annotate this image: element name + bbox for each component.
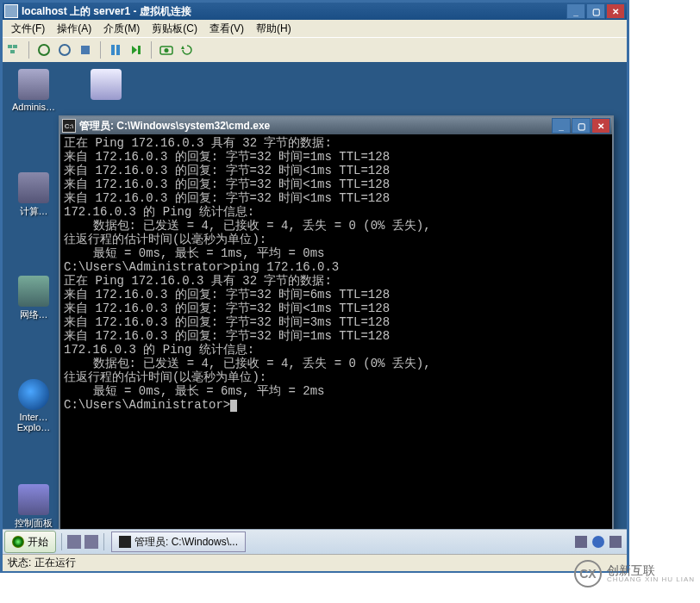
save-icon[interactable]	[78, 42, 93, 58]
cmd-minimize-button[interactable]: _	[552, 118, 571, 134]
toolbar-separator	[100, 41, 101, 59]
start-button[interactable]: 开始	[4, 531, 56, 553]
desktop-icon-internet-explorer[interactable]: Inter… Explo…	[8, 379, 59, 432]
cmd-line: 来自 172.16.0.3 的回复: 字节=32 时间<1ms TTL=128	[64, 164, 609, 177]
desktop-icon-recycle-bin[interactable]	[80, 69, 132, 102]
vm-titlebar[interactable]: localhost 上的 server1 - 虚拟机连接 _ ▢ ✕	[3, 3, 627, 20]
cmd-line: 来自 172.16.0.3 的回复: 字节=32 时间=6ms TTL=128	[64, 288, 609, 302]
folder-icon	[18, 69, 49, 100]
desktop-icon-network[interactable]: 网络…	[8, 276, 59, 321]
cmd-line: 正在 Ping 172.16.0.3 具有 32 字节的数据:	[64, 136, 609, 150]
menu-action[interactable]: 操作(A)	[52, 21, 97, 37]
desktop-icon-control-panel[interactable]: 控制面板	[8, 484, 59, 530]
cmd-line: 来自 172.16.0.3 的回复: 字节=32 时间<1ms TTL=128	[64, 191, 609, 205]
svg-marker-12	[181, 46, 184, 49]
cmd-line: 往返行程的估计时间(以毫秒为单位):	[64, 233, 609, 246]
guest-desktop[interactable]: Adminis… 计算… 网络… Inter… Explo… 控制面板 C:\	[3, 62, 627, 571]
cmd-line: 来自 172.16.0.3 的回复: 字节=32 时间=1ms TTL=128	[64, 329, 609, 343]
svg-point-3	[39, 45, 49, 55]
icon-label: 计算…	[8, 205, 59, 218]
cmd-line: C:\Users\Administrator>	[64, 398, 609, 412]
cmd-icon	[119, 536, 131, 548]
menu-file[interactable]: 文件(F)	[6, 21, 50, 37]
svg-point-4	[59, 45, 70, 55]
svg-rect-5	[81, 46, 90, 54]
cmd-line: 来自 172.16.0.3 的回复: 字节=32 时间<1ms TTL=128	[64, 177, 609, 191]
system-tray[interactable]	[570, 536, 627, 548]
menu-media[interactable]: 介质(M)	[98, 21, 145, 37]
revert-icon[interactable]	[179, 42, 195, 58]
ctrl-alt-del-icon[interactable]	[6, 42, 22, 58]
cmd-line: 正在 Ping 172.16.0.3 具有 32 字节的数据:	[64, 274, 609, 288]
svg-rect-0	[8, 45, 12, 48]
computer-icon	[18, 172, 49, 203]
start-label: 开始	[28, 535, 48, 550]
tray-help-icon[interactable]	[592, 536, 604, 548]
reset-icon[interactable]	[128, 42, 144, 58]
menu-clipboard[interactable]: 剪贴板(C)	[147, 21, 203, 37]
cmd-cursor	[230, 400, 237, 412]
icon-label: Explo…	[8, 422, 59, 432]
menu-help[interactable]: 帮助(H)	[251, 21, 297, 37]
vm-minimize-button[interactable]: _	[566, 3, 585, 19]
watermark: CX 创新互联 CHUANG XIN HU LIAN	[574, 560, 695, 587]
vm-toolbar	[3, 37, 627, 62]
svg-rect-7	[116, 45, 120, 55]
icon-label: 控制面板	[8, 517, 59, 530]
watermark-sub: CHUANG XIN HU LIAN	[607, 576, 695, 583]
tray-network-icon[interactable]	[609, 536, 622, 548]
vm-menubar: 文件(F) 操作(A) 介质(M) 剪贴板(C) 查看(V) 帮助(H)	[3, 20, 627, 37]
network-icon	[18, 276, 49, 307]
vm-maximize-button[interactable]: ▢	[586, 3, 605, 19]
svg-point-11	[165, 48, 169, 53]
svg-rect-1	[13, 45, 17, 48]
vm-app-icon	[4, 4, 18, 18]
start-orb-icon	[12, 536, 24, 548]
vm-window-controls: _ ▢ ✕	[566, 3, 625, 19]
cmd-icon: C:\	[62, 119, 76, 133]
toolbar-separator	[151, 41, 152, 59]
turnoff-icon[interactable]	[57, 42, 72, 58]
watermark-text: 创新互联	[607, 564, 695, 576]
taskbar-item-label: 管理员: C:\Windows\...	[134, 535, 238, 550]
vm-close-button[interactable]: ✕	[606, 3, 625, 19]
cmd-line: 往返行程的估计时间(以毫秒为单位):	[64, 370, 609, 384]
icon-label: Adminis…	[8, 102, 59, 112]
recycle-bin-icon	[91, 69, 122, 100]
svg-rect-9	[138, 46, 141, 54]
desktop-icon-computer[interactable]: 计算…	[8, 172, 59, 218]
cmd-close-button[interactable]: ✕	[591, 118, 610, 134]
ie-icon	[18, 379, 49, 410]
cmd-line: 来自 172.16.0.3 的回复: 字节=32 时间<1ms TTL=128	[64, 302, 609, 315]
cmd-line: C:\Users\Administrator>ping 172.16.0.3	[64, 260, 609, 274]
vm-title: localhost 上的 server1 - 虚拟机连接	[22, 4, 566, 19]
watermark-logo-icon: CX	[574, 560, 602, 587]
cmd-line: 最短 = 0ms, 最长 = 1ms, 平均 = 0ms	[64, 246, 609, 260]
cmd-line: 最短 = 0ms, 最长 = 6ms, 平均 = 2ms	[64, 384, 609, 398]
cmd-line: 数据包: 已发送 = 4, 已接收 = 4, 丢失 = 0 (0% 丢失),	[64, 357, 609, 370]
cmd-line: 来自 172.16.0.3 的回复: 字节=32 时间=1ms TTL=128	[64, 150, 609, 164]
cmd-output[interactable]: 正在 Ping 172.16.0.3 具有 32 字节的数据:来自 172.16…	[60, 134, 612, 535]
pause-icon[interactable]	[108, 42, 123, 58]
vm-status-text: 状态: 正在运行	[8, 556, 76, 570]
quicklaunch-explorer-icon[interactable]	[84, 535, 98, 549]
cmd-titlebar[interactable]: C:\ 管理员: C:\Windows\system32\cmd.exe _ ▢…	[60, 117, 612, 134]
cmd-maximize-button[interactable]: ▢	[572, 118, 591, 134]
vm-connection-window: localhost 上的 server1 - 虚拟机连接 _ ▢ ✕ 文件(F)…	[0, 0, 629, 573]
menu-view[interactable]: 查看(V)	[204, 21, 249, 37]
cmd-line: 来自 172.16.0.3 的回复: 字节=32 时间=3ms TTL=128	[64, 315, 609, 329]
quicklaunch-show-desktop-icon[interactable]	[67, 535, 81, 549]
guest-taskbar[interactable]: 开始 管理员: C:\Windows\...	[3, 529, 627, 554]
tray-icon[interactable]	[575, 536, 587, 548]
cmd-line: 数据包: 已发送 = 4, 已接收 = 4, 丢失 = 0 (0% 丢失),	[64, 219, 609, 233]
taskbar-item-cmd[interactable]: 管理员: C:\Windows\...	[111, 532, 246, 552]
icon-label: 网络…	[8, 308, 59, 321]
start-icon[interactable]	[36, 42, 52, 58]
cmd-window[interactable]: C:\ 管理员: C:\Windows\system32\cmd.exe _ ▢…	[59, 115, 614, 537]
svg-rect-6	[111, 45, 115, 55]
snapshot-icon[interactable]	[159, 42, 174, 58]
vm-status-bar: 状态: 正在运行	[3, 554, 627, 571]
desktop-icon-administrator[interactable]: Adminis…	[8, 69, 59, 112]
svg-marker-8	[132, 46, 137, 54]
cmd-line: 172.16.0.3 的 Ping 统计信息:	[64, 343, 609, 357]
